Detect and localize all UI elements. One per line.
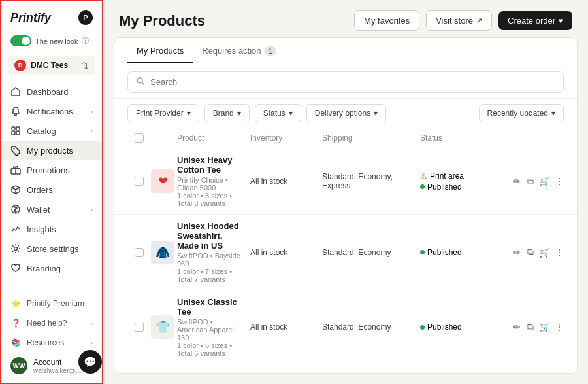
sidebar-item-label: Need help? — [27, 319, 67, 328]
filter-status[interactable]: Status ▾ — [255, 104, 301, 122]
sidebar-item-my-products[interactable]: My products — [1, 141, 102, 160]
copy-button[interactable]: ⧉ — [525, 318, 535, 336]
published-badge: Published — [420, 323, 512, 332]
edit-button[interactable]: ✏ — [512, 318, 521, 336]
edit-button[interactable]: ✏ — [512, 172, 521, 190]
chevron-right-icon: › — [90, 127, 93, 135]
copy-button[interactable]: ⧉ — [525, 172, 535, 190]
svg-rect-2 — [12, 131, 15, 135]
account-email: walshwalker@gm... — [33, 367, 84, 374]
home-icon — [10, 86, 21, 97]
product-provider: Printify Choice • Gildan 5000 — [177, 176, 244, 192]
store-selector[interactable]: D DMC Tees ⇅ — [8, 56, 95, 75]
dropdown-arrow-icon: ▾ — [559, 16, 563, 26]
product-info: Unisex Heavy Cotton Tee Printify Choice … — [177, 155, 250, 207]
product-provider: SwiftPOD • Bayside 960 — [177, 252, 244, 268]
favorites-button[interactable]: My favorites — [354, 10, 419, 31]
search-icon — [136, 77, 145, 88]
logo-icon: P — [78, 10, 93, 25]
chevron-down-icon: ▾ — [551, 109, 555, 118]
sidebar-item-catalog[interactable]: Catalog › — [1, 121, 102, 141]
sidebar-item-promotions[interactable]: Promotions — [1, 160, 102, 180]
product-image: 🧥 — [151, 241, 174, 264]
search-input[interactable] — [150, 77, 555, 87]
status-text: Published — [427, 323, 462, 332]
copy-button[interactable]: ⧉ — [525, 243, 535, 262]
create-order-button[interactable]: Create order ▾ — [498, 11, 572, 30]
sidebar-item-orders[interactable]: Orders — [1, 180, 102, 200]
cart-button[interactable]: 🛒 — [539, 318, 550, 336]
chat-bubble-button[interactable]: 💬 — [78, 350, 102, 374]
tabs: My Products Requires action 1 — [114, 38, 577, 63]
sidebar-logo-area: Printify P — [1, 1, 102, 31]
chat-icon: 💬 — [84, 356, 97, 368]
more-button[interactable]: ⋮ — [554, 243, 564, 262]
sidebar-item-need-help[interactable]: ❓ Need help? › — [1, 313, 102, 333]
row-checkbox[interactable] — [135, 323, 144, 332]
product-variants: 1 color • 6 sizes • Total 6 variants — [177, 341, 244, 357]
filter-delivery-options[interactable]: Delivery options ▾ — [306, 104, 386, 122]
create-order-label: Create order — [508, 16, 555, 26]
filter-label: Delivery options — [315, 109, 370, 118]
shipping-cell: Standard, Economy — [322, 248, 420, 257]
cart-button[interactable]: 🛒 — [539, 243, 550, 262]
chevron-right-icon: › — [90, 205, 93, 213]
inventory-cell: All in stock — [250, 248, 322, 257]
sidebar-item-printify-premium[interactable]: ⭐ Printify Premium — [1, 294, 102, 313]
row-checkbox[interactable] — [135, 248, 144, 257]
filter-row: Print Provider ▾ Brand ▾ Status ▾ Delive… — [114, 99, 577, 128]
sidebar-item-branding[interactable]: Branding — [1, 258, 102, 278]
info-icon[interactable]: ⓘ — [82, 36, 89, 46]
tab-my-products[interactable]: My Products — [127, 38, 193, 63]
filter-label: Brand — [213, 109, 234, 118]
row-checkbox[interactable] — [135, 177, 144, 186]
store-selector-left: D DMC Tees — [14, 60, 68, 71]
new-look-toggle[interactable]: The new look ⓘ — [1, 31, 102, 53]
status-cell: Published — [420, 323, 512, 332]
edit-button[interactable]: ✏ — [512, 243, 521, 262]
sidebar-item-dashboard[interactable]: Dashboard — [1, 82, 102, 101]
new-look-label: The new look — [35, 37, 78, 45]
visit-store-button[interactable]: Visit store ↗ — [426, 10, 492, 31]
sidebar-item-label: Dashboard — [27, 87, 69, 97]
svg-point-8 — [137, 78, 142, 83]
sidebar-item-wallet[interactable]: Wallet › — [1, 200, 102, 219]
chevron-down-icon: ▾ — [237, 109, 241, 118]
chevron-down-icon: ▾ — [289, 109, 293, 118]
products-table: Product Inventory Shipping Status ❤ Unis… — [114, 128, 577, 373]
heart-icon — [10, 263, 21, 273]
tab-label: My Products — [137, 46, 184, 56]
search-input-wrap — [127, 71, 564, 93]
book-icon: 📚 — [10, 338, 21, 348]
table-row: 👕 Unisex Classic Tee SwiftPOD • American… — [114, 290, 577, 364]
account-info: Account walshwalker@gm... — [33, 358, 84, 374]
sidebar-item-label: Notifications — [27, 107, 73, 116]
checkbox[interactable] — [135, 133, 144, 143]
shipping-cell: Standard, Economy, Express — [322, 172, 420, 190]
status-text: Published — [427, 248, 462, 257]
more-button[interactable]: ⋮ — [554, 318, 564, 336]
cart-button[interactable]: 🛒 — [539, 172, 550, 190]
sidebar-item-store-settings[interactable]: Store settings — [1, 239, 102, 258]
chevron-right-icon: › — [90, 339, 93, 347]
tab-requires-action[interactable]: Requires action 1 — [193, 38, 285, 63]
content-area: My Products Requires action 1 Print Prov — [114, 37, 578, 374]
sidebar-item-notifications[interactable]: Notifications › — [1, 101, 102, 121]
gear-icon — [10, 243, 21, 254]
filter-brand[interactable]: Brand ▾ — [204, 104, 250, 122]
store-icon: D — [14, 60, 26, 71]
sidebar-item-label: Orders — [27, 185, 53, 195]
product-name: Unisex Heavy Cotton Tee — [177, 155, 244, 175]
svg-point-7 — [14, 247, 18, 251]
more-button[interactable]: ⋮ — [554, 172, 564, 190]
select-all-checkbox[interactable] — [127, 133, 151, 143]
sidebar-item-insights[interactable]: Insights — [1, 219, 102, 239]
filter-print-provider[interactable]: Print Provider ▾ — [127, 104, 199, 122]
inventory-cell: All in stock — [250, 177, 322, 186]
filter-recently-updated[interactable]: Recently updated ▾ — [479, 104, 564, 122]
grid-icon — [10, 126, 21, 136]
table-row: ❤ Unisex Heavy Cotton Tee Printify Choic… — [114, 148, 577, 215]
warning-icon: ⚠ — [420, 171, 427, 181]
favorites-label: My favorites — [364, 16, 410, 26]
new-look-switch[interactable] — [10, 35, 31, 46]
